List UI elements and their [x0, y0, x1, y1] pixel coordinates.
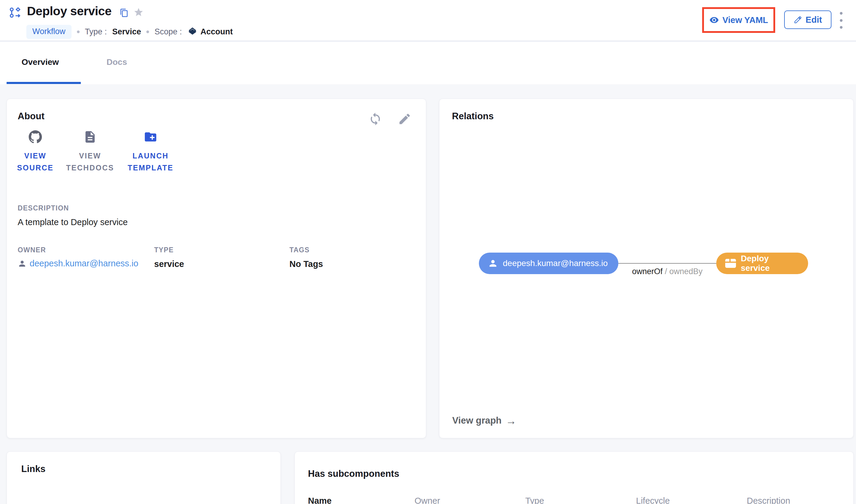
page-title: Deploy service — [27, 4, 112, 18]
owner-value: deepesh.kumar@harness.io — [30, 258, 138, 268]
edit-button[interactable]: Edit — [784, 11, 832, 29]
edge-label-separator: / — [663, 267, 669, 276]
view-source-action[interactable]: VIEW SOURCE — [5, 130, 65, 174]
more-options-button[interactable] — [837, 12, 845, 29]
column-header-owner[interactable]: Owner — [414, 496, 440, 504]
view-yaml-label: View YAML — [722, 15, 768, 25]
page-header: Deploy service Workflow Type : Service S… — [0, 0, 856, 41]
launch-template-action[interactable]: LAUNCH TEMPLATE — [121, 130, 181, 174]
relation-node-user[interactable]: deepesh.kumar@harness.io — [479, 253, 618, 274]
relations-heading: Relations — [452, 111, 494, 122]
column-header-type[interactable]: Type — [525, 496, 544, 504]
launch-template-label-line2: TEMPLATE — [121, 162, 181, 174]
active-tab-indicator — [6, 82, 81, 84]
entity-overview-page: Deploy service Workflow Type : Service S… — [0, 0, 856, 504]
document-icon — [83, 130, 97, 144]
column-header-description[interactable]: Description — [747, 496, 790, 504]
column-header-name[interactable]: Name — [308, 496, 332, 504]
view-yaml-button[interactable]: View YAML — [709, 15, 768, 25]
description-value: A template to Deploy service — [18, 217, 128, 227]
relation-edge-line — [618, 263, 716, 264]
workflow-icon — [9, 6, 21, 19]
owner-link[interactable]: deepesh.kumar@harness.io — [18, 258, 138, 268]
service-node-label: Deploy service — [741, 254, 799, 273]
scope-value: Account — [201, 27, 233, 36]
view-techdocs-action[interactable]: VIEW TECHDOCS — [60, 130, 120, 174]
red-highlight-box: View YAML — [702, 7, 775, 33]
type-label: Type : — [85, 27, 107, 36]
relations-card: Relations ownerOf / ownedBy deepesh.kuma… — [439, 98, 854, 438]
layers-icon — [187, 26, 198, 37]
eye-icon — [709, 15, 719, 25]
type-value: Service — [112, 27, 141, 36]
view-graph-label: View graph — [452, 415, 502, 426]
copy-icon[interactable] — [120, 8, 129, 17]
arrow-right-icon: → — [506, 416, 517, 426]
scope-group: Account — [187, 26, 233, 37]
github-icon — [29, 130, 42, 144]
refresh-icon[interactable] — [369, 112, 382, 126]
relation-node-service[interactable]: Deploy service — [716, 253, 808, 274]
view-source-label-line1: VIEW — [5, 150, 65, 162]
launch-template-label-line1: LAUNCH — [121, 150, 181, 162]
column-header-lifecycle[interactable]: Lifecycle — [636, 496, 670, 504]
person-icon — [18, 259, 27, 268]
separator-dot — [77, 31, 80, 33]
tab-overview[interactable]: Overview — [21, 57, 59, 67]
scope-label: Scope : — [154, 27, 182, 36]
edge-label-ownerof: ownerOf — [632, 267, 663, 276]
person-icon — [488, 258, 498, 268]
template-icon — [725, 259, 736, 268]
separator-dot — [147, 31, 149, 33]
type-field-value: service — [154, 259, 184, 269]
tags-value: No Tags — [289, 259, 323, 269]
owner-label: OWNER — [18, 246, 46, 254]
view-techdocs-label-line2: TECHDOCS — [60, 162, 120, 174]
edit-about-icon[interactable] — [398, 112, 412, 126]
relation-edge-label: ownerOf / ownedBy — [618, 267, 716, 276]
links-card: Links — [6, 451, 281, 504]
star-icon[interactable] — [134, 7, 144, 17]
edit-label: Edit — [806, 15, 822, 25]
links-heading: Links — [21, 464, 46, 474]
subcomponents-card: Has subcomponents Name Owner Type Lifecy… — [294, 451, 854, 504]
type-field-label: TYPE — [154, 246, 174, 254]
edge-label-ownedby: ownedBy — [669, 267, 702, 276]
view-source-label-line2: SOURCE — [5, 162, 65, 174]
view-techdocs-label-line1: VIEW — [60, 150, 120, 162]
user-node-label: deepesh.kumar@harness.io — [503, 258, 608, 268]
view-graph-link[interactable]: View graph → — [452, 415, 517, 426]
kind-badge[interactable]: Workflow — [26, 25, 71, 39]
new-folder-icon — [144, 130, 157, 144]
entity-meta-row: Workflow Type : Service Scope : Account — [26, 24, 233, 39]
subcomponents-heading: Has subcomponents — [308, 468, 399, 479]
about-card: About VIEW SOURCE VIEW TECHDOCS — [6, 98, 426, 438]
description-label: DESCRIPTION — [18, 204, 69, 212]
pencil-icon — [794, 16, 802, 24]
tags-label: TAGS — [289, 246, 309, 254]
subcomponents-table-header: Name Owner Type Lifecycle Description — [295, 496, 853, 504]
tab-docs[interactable]: Docs — [106, 57, 127, 67]
tab-bar: Overview Docs — [0, 42, 856, 84]
about-heading: About — [18, 111, 45, 122]
